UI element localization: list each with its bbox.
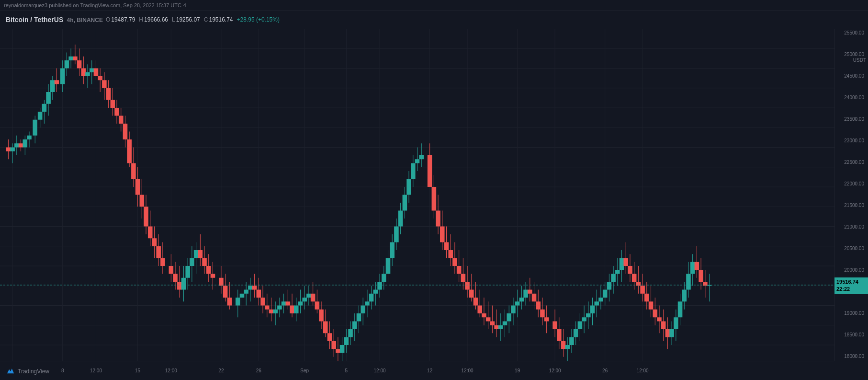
price-label: 21500.00 [837, 203, 866, 208]
price-label: 20000.00 [837, 268, 866, 273]
time-label: 19 [515, 368, 520, 373]
price-label: 18000.00 [837, 354, 866, 359]
time-label: 12:00 [462, 368, 473, 373]
published-text: reynaldomarquez3 published on TradingVie… [4, 2, 186, 8]
symbol-details: 4h, BINANCE [65, 17, 103, 23]
ohlc-change: +28.95 (+0.15%) [237, 16, 280, 23]
price-label: 18500.00 [837, 333, 866, 337]
price-label: 22500.00 [837, 160, 866, 165]
time-label: 12:00 [549, 368, 561, 373]
symbol-name: Bitcoin / TetherUS 4h, BINANCE [6, 16, 103, 23]
time-label: 12:00 [637, 368, 649, 373]
tradingview-label: TradingView [18, 368, 49, 375]
ohlc-low: L 19256.07 [172, 16, 200, 23]
candlestick-chart [0, 29, 834, 361]
price-label: 24000.00 [837, 95, 866, 100]
time-label: 5 [345, 368, 348, 373]
time-label: 22 [218, 368, 224, 373]
time-label: 15 [135, 368, 140, 373]
price-label: 24500.00 [837, 74, 866, 79]
price-axis: USDT 25500.0025000.0024500.0024000.00235… [834, 29, 868, 361]
time-label: 12 [427, 368, 432, 373]
ohlc-data: O 19487.79 H 19666.66 L 19256.07 C 19516… [106, 16, 280, 23]
price-label: 23000.00 [837, 138, 866, 143]
ohlc-close: C 19516.74 [204, 16, 233, 23]
price-label: 23500.00 [837, 117, 866, 122]
symbol-info: Bitcoin / TetherUS 4h, BINANCE [6, 16, 103, 23]
price-label: 20500.00 [837, 246, 866, 251]
time-label: 12:00 [165, 368, 177, 373]
price-label: 19000.00 [837, 311, 866, 316]
chart-header: Bitcoin / TetherUS 4h, BINANCE O 19487.7… [0, 11, 868, 29]
time-label: Sep [300, 368, 309, 373]
ohlc-open: O 19487.79 [106, 16, 135, 23]
price-label: 25000.00 [837, 52, 866, 57]
price-label: 22000.00 [837, 182, 866, 186]
price-label: 25500.00 [837, 31, 866, 35]
price-label: 21000.00 [837, 225, 866, 230]
currency-label: USDT [853, 58, 866, 63]
time-axis: 3812:001512:002226Sep512:001212:001912:0… [0, 361, 834, 380]
time-label: 12:00 [90, 368, 102, 373]
time-label: 12:00 [374, 368, 386, 373]
time-label: 26 [602, 368, 608, 373]
time-label: 8 [61, 368, 64, 373]
current-price-label: 19516.74 22:22 [834, 277, 868, 294]
chart-area [0, 29, 834, 361]
published-bar: reynaldomarquez3 published on TradingVie… [0, 0, 868, 11]
ohlc-high: H 19666.66 [139, 16, 168, 23]
time-label: 26 [256, 368, 261, 373]
tradingview-icon [6, 367, 15, 376]
tradingview-logo: TradingView [6, 367, 49, 376]
